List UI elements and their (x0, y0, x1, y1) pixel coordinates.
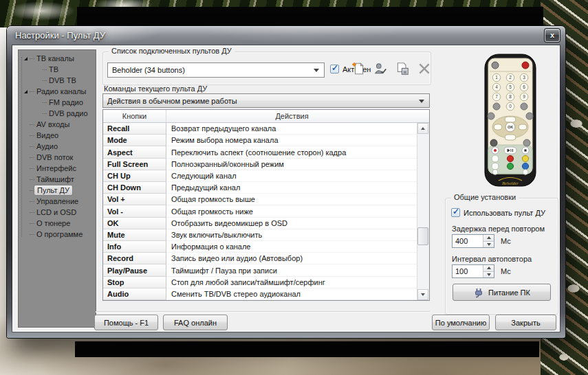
repeat-interval-input[interactable] (453, 265, 483, 277)
table-row[interactable]: CH Down Предыдущий канал (103, 182, 417, 194)
button-cell[interactable]: CH Down (103, 182, 166, 194)
action-cell[interactable]: Таймшифт / Пауза при записи (166, 264, 417, 276)
spin-down-button[interactable] (483, 242, 494, 248)
sidebar-item[interactable]: Управление (19, 196, 96, 207)
sidebar-item[interactable]: ТВ (19, 64, 96, 75)
spin-up-button[interactable] (483, 265, 494, 272)
tree-connector (30, 223, 34, 224)
edit-remote-button[interactable] (371, 60, 389, 78)
scroll-down-button[interactable] (417, 289, 428, 300)
button-cell[interactable]: Info (103, 241, 166, 253)
use-remote-checkbox[interactable]: ✓ (451, 208, 460, 217)
repeat-delay-input[interactable] (453, 235, 483, 247)
table-row[interactable]: Vol + Общая громкость выше (103, 194, 417, 205)
sidebar-item[interactable]: AV входы (19, 119, 96, 130)
sidebar-item[interactable]: DVB ТВ (19, 75, 96, 86)
tree-connector (42, 113, 47, 114)
spin-up-button[interactable] (483, 235, 494, 242)
button-cell[interactable]: Vol + (103, 194, 166, 205)
action-cell[interactable]: Возврат предыдущего канала (166, 123, 417, 135)
delete-remote-button[interactable] (415, 60, 433, 78)
pc-power-button[interactable]: Питание ПК (453, 284, 551, 301)
action-cell[interactable]: Запись видео или аудио (Автовыбор) (166, 253, 417, 264)
action-cell[interactable]: Отобразить видеомикшер в OSD (166, 218, 417, 229)
action-cell[interactable]: Общая громкость ниже (166, 205, 417, 217)
sidebar-item[interactable]: LCD и OSD (19, 207, 96, 218)
use-remote-checkbox-row[interactable]: ✓ Использовать пульт ДУ (451, 208, 545, 217)
table-row[interactable]: Info Информация о канале (103, 241, 417, 253)
close-dialog-button[interactable]: Закрыть (495, 315, 556, 330)
titlebar[interactable]: Настройки - Пульт ДУ (7, 26, 565, 45)
action-cell[interactable]: Следующий канал (166, 170, 417, 182)
sidebar-item[interactable]: ТВ каналы (19, 53, 96, 64)
close-button[interactable]: x (545, 29, 560, 42)
action-cell[interactable]: Полноэкранный/оконный режим (166, 159, 417, 170)
help-button[interactable]: Помощь - F1 (94, 315, 158, 330)
button-cell[interactable]: CH Up (103, 170, 166, 182)
sidebar-item[interactable]: Интерфейс (19, 163, 96, 174)
sidebar-item[interactable]: О тюнере (19, 218, 96, 229)
sidebar-item[interactable]: Пульт ДУ (19, 185, 96, 196)
active-checkbox[interactable]: ✓ (330, 65, 339, 73)
table-row[interactable]: Vol - Общая громкость ниже (103, 205, 417, 217)
sidebar-item[interactable]: Видео (19, 130, 96, 141)
button-cell[interactable]: Mute (103, 229, 166, 241)
background-black-band-bottom (75, 341, 539, 357)
scroll-up-button[interactable] (417, 123, 428, 134)
tree-connector (30, 179, 34, 180)
sidebar-item[interactable]: DVB поток (19, 152, 96, 163)
faq-button[interactable]: FAQ онлайн (163, 315, 228, 330)
sidebar-item-label: Пульт ДУ (34, 185, 73, 196)
new-remote-button[interactable] (349, 60, 367, 78)
table-row[interactable]: Mode Режим выбора номера канала (103, 135, 417, 146)
button-cell[interactable]: Record (103, 253, 166, 264)
sidebar-item[interactable]: Радио каналы (19, 86, 96, 97)
table-row[interactable]: OK Отобразить видеомикшер в OSD (103, 218, 417, 229)
sidebar-item[interactable]: О программе (19, 229, 96, 240)
spin-down-button[interactable] (483, 272, 494, 278)
table-row[interactable]: Play/Pause Таймшифт / Пауза при записи (103, 264, 417, 276)
table-row[interactable]: Audio Сменить ТВ/DVB стерео аудиоканал (103, 288, 417, 300)
column-header-buttons[interactable]: Кнопки (103, 110, 166, 122)
sidebar-item[interactable]: DVB радио (19, 108, 96, 119)
table-scrollbar[interactable] (417, 123, 429, 300)
column-header-actions[interactable]: Действия (166, 110, 417, 122)
action-cell[interactable]: Звук включить/выключить (166, 229, 417, 241)
defaults-button[interactable]: По умолчанию (432, 315, 490, 330)
save-remote-button[interactable] (393, 60, 411, 78)
sidebar-item[interactable]: Таймшифт (19, 174, 96, 185)
button-cell[interactable]: Mode (103, 135, 166, 146)
action-cell[interactable]: Сменить ТВ/DVB стерео аудиоканал (166, 288, 417, 300)
sidebar-item[interactable]: FM радио (19, 97, 96, 108)
table-row[interactable]: Mute Звук включить/выключить (103, 229, 417, 241)
command-mode-value: Действия в обычном режиме работы (107, 97, 237, 105)
action-cell[interactable]: Стоп для любой записи/таймшифт/серфинг (166, 277, 417, 288)
action-cell[interactable]: Предыдущий канал (166, 182, 417, 194)
table-row[interactable]: Stop Стоп для любой записи/таймшифт/серф… (103, 277, 417, 288)
table-row[interactable]: Record Запись видео или аудио (Автовыбор… (103, 253, 417, 264)
table-row[interactable]: Full Screen Полноэкранный/оконный режим (103, 159, 417, 170)
button-cell[interactable]: Stop (103, 277, 166, 288)
action-cell[interactable]: Режим выбора номера канала (166, 135, 417, 146)
tree-expander-icon[interactable] (24, 57, 28, 60)
table-row[interactable]: Aspect Переключить аспект (соотношение с… (103, 146, 417, 158)
sidebar-item[interactable]: Аудио (19, 141, 96, 152)
remote-fullscreen-button (526, 113, 533, 120)
button-cell[interactable]: OK (103, 218, 166, 229)
scrollbar-thumb[interactable] (417, 227, 428, 245)
table-row[interactable]: Recall Возврат предыдущего канала (103, 123, 417, 135)
button-cell[interactable]: Full Screen (103, 159, 166, 170)
button-cell[interactable]: Aspect (103, 146, 166, 158)
command-mode-dropdown[interactable]: Действия в обычном режиме работы (102, 93, 430, 108)
button-cell[interactable]: Play/Pause (103, 264, 166, 276)
table-row[interactable]: CH Up Следующий канал (103, 170, 417, 182)
action-cell[interactable]: Информация о канале (166, 241, 417, 253)
action-cell[interactable]: Переключить аспект (соотношение сторон) … (166, 146, 417, 158)
action-cell[interactable]: Общая громкость выше (166, 194, 417, 205)
button-cell[interactable]: Vol - (103, 205, 166, 217)
button-cell[interactable]: Audio (103, 288, 166, 300)
tree-expander-icon[interactable] (24, 90, 28, 93)
remote-select-dropdown[interactable]: Beholder (34 buttons) (107, 62, 325, 78)
svg-text:4: 4 (495, 84, 498, 89)
button-cell[interactable]: Recall (103, 123, 166, 135)
